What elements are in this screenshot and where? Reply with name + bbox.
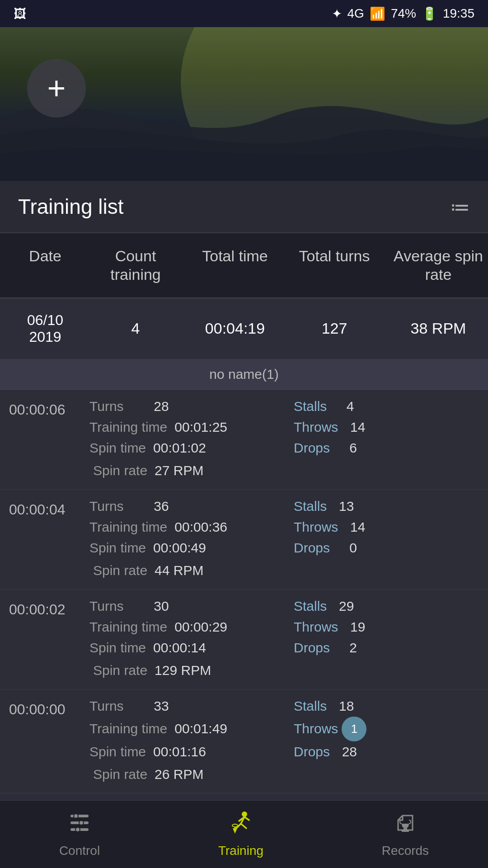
spin-rate-label-1: Spin rate: [89, 460, 151, 481]
battery-label: 74%: [391, 6, 416, 21]
total-turns-value-1: 127: [285, 320, 384, 337]
throws-label-3: Throws: [285, 617, 342, 637]
status-right: ✦ 4G 📶 74% 🔋 19:35: [332, 6, 474, 21]
col-count-training: Count training: [86, 242, 185, 288]
drops-label-4: Drops: [285, 741, 333, 762]
throws-label-4: Throws: [285, 718, 342, 739]
throws-value-3: 19: [342, 617, 369, 637]
list-menu-icon[interactable]: ≔: [450, 195, 470, 218]
spin-time-label-2: Spin time: [86, 538, 150, 558]
nav-training-label: Training: [218, 844, 263, 858]
avg-spin-rate-value-1: 38 RPM: [384, 320, 488, 337]
drops-value-2: 0: [333, 538, 361, 558]
throws-value-1: 14: [342, 417, 369, 438]
training-time-label-1: Training time: [86, 417, 171, 438]
training-time-value-4: 00:01:49: [171, 718, 231, 739]
stalls-label-4: Stalls: [285, 696, 330, 717]
bluetooth-icon: ✦: [332, 6, 342, 21]
svg-point-7: [242, 811, 247, 817]
nav-records-label: Records: [382, 844, 429, 858]
training-list-title: Training list: [18, 194, 123, 219]
svg-point-5: [79, 821, 84, 825]
nav-control-label: Control: [59, 844, 100, 858]
svg-line-12: [244, 817, 249, 820]
svg-rect-17: [402, 830, 409, 832]
throws-value-2: 14: [342, 517, 369, 538]
control-icon: [68, 811, 91, 840]
nav-training[interactable]: Training: [191, 807, 291, 863]
stalls-value-3: 29: [330, 596, 357, 617]
add-button[interactable]: +: [27, 59, 86, 118]
stalls-value-2: 13: [330, 496, 357, 517]
training-stats-1: Turns 28 Stalls 4 Training time 00:01:25…: [86, 396, 483, 483]
turns-label-3: Turns: [86, 596, 127, 617]
network-label: 4G: [347, 6, 364, 21]
turns-label-4: Turns: [86, 696, 127, 717]
spin-time-value-3: 00:00:14: [150, 637, 210, 658]
turns-value-3: 30: [127, 596, 173, 617]
training-time-1: 00:00:06: [5, 396, 86, 483]
status-bar: 🖼 ✦ 4G 📶 74% 🔋 19:35: [0, 0, 488, 27]
spin-time-value-2: 00:00:49: [150, 538, 210, 558]
bottom-nav: Control Training: [0, 800, 488, 868]
spin-rate-label-4: Spin rate: [89, 764, 151, 785]
signal-icon: 📶: [370, 6, 385, 21]
training-stats-4: Turns 33 Stalls 18 Training time 00:01:4…: [86, 696, 483, 787]
stalls-value-4: 18: [330, 696, 357, 717]
training-icon: [227, 811, 254, 840]
turns-value-1: 28: [127, 396, 173, 417]
col-total-time: Total time: [185, 242, 285, 288]
nav-control[interactable]: Control: [32, 807, 127, 863]
drops-value-1: 6: [333, 438, 361, 458]
turns-label-1: Turns: [86, 396, 127, 417]
throws-badge-4: 1: [342, 717, 366, 741]
nav-records[interactable]: Records: [355, 807, 456, 863]
col-total-turns: Total turns: [285, 242, 384, 288]
spin-rate-value-4: 26 RPM: [151, 764, 207, 785]
training-row-4[interactable]: 00:00:00 Turns 33 Stalls 18 Training tim…: [0, 689, 488, 793]
spin-time-value-4: 00:01:16: [150, 741, 210, 762]
training-row-3[interactable]: 00:00:02 Turns 30 Stalls 29 Training tim…: [0, 590, 488, 689]
spin-time-value-1: 00:01:02: [150, 438, 210, 458]
turns-value-4: 33: [127, 696, 173, 717]
svg-rect-16: [404, 828, 407, 830]
total-time-value-1: 00:04:19: [185, 320, 285, 337]
training-row-1[interactable]: 00:00:06 Turns 28 Stalls 4 Training time…: [0, 390, 488, 490]
stalls-label-3: Stalls: [285, 596, 330, 617]
drops-value-4: 28: [333, 741, 361, 762]
col-avg-spin-rate: Average spin rate: [384, 242, 488, 288]
training-stats-3: Turns 30 Stalls 29 Training time 00:00:2…: [86, 596, 483, 683]
throws-label-1: Throws: [285, 417, 342, 438]
svg-point-4: [74, 814, 78, 818]
training-time-value-2: 00:00:36: [171, 517, 231, 538]
training-time-label-2: Training time: [86, 517, 171, 538]
training-row-2[interactable]: 00:00:04 Turns 36 Stalls 13 Training tim…: [0, 490, 488, 590]
spin-rate-value-2: 44 RPM: [151, 560, 207, 581]
spin-rate-label-3: Spin rate: [89, 660, 151, 681]
svg-point-15: [232, 824, 238, 827]
battery-icon: 🔋: [422, 6, 437, 21]
turns-label-2: Turns: [86, 496, 127, 517]
drops-value-3: 2: [333, 637, 361, 658]
records-icon: [394, 811, 417, 840]
svg-line-10: [241, 824, 246, 828]
stalls-label-2: Stalls: [285, 496, 330, 517]
drops-label-2: Drops: [285, 538, 333, 558]
training-list-header: Training list ≔: [0, 181, 488, 233]
turns-value-2: 36: [127, 496, 173, 517]
stalls-value-1: 4: [330, 396, 357, 417]
status-left: 🖼: [14, 6, 26, 21]
spin-rate-label-2: Spin rate: [89, 560, 151, 581]
col-date: Date: [5, 242, 86, 288]
table-header: Date Count training Total time Total tur…: [0, 233, 488, 298]
training-time-2: 00:00:04: [5, 496, 86, 583]
training-time-4: 00:00:00: [5, 696, 86, 787]
training-time-label-4: Training time: [86, 718, 171, 739]
date-row-1[interactable]: 06/10 2019 4 00:04:19 127 38 RPM: [0, 298, 488, 359]
spin-time-label-3: Spin time: [86, 637, 150, 658]
training-time-value-1: 00:01:25: [171, 417, 231, 438]
training-time-value-3: 00:00:29: [171, 617, 231, 637]
time-label: 19:35: [443, 6, 474, 21]
hero-section: +: [0, 27, 488, 181]
svg-marker-13: [233, 828, 237, 834]
